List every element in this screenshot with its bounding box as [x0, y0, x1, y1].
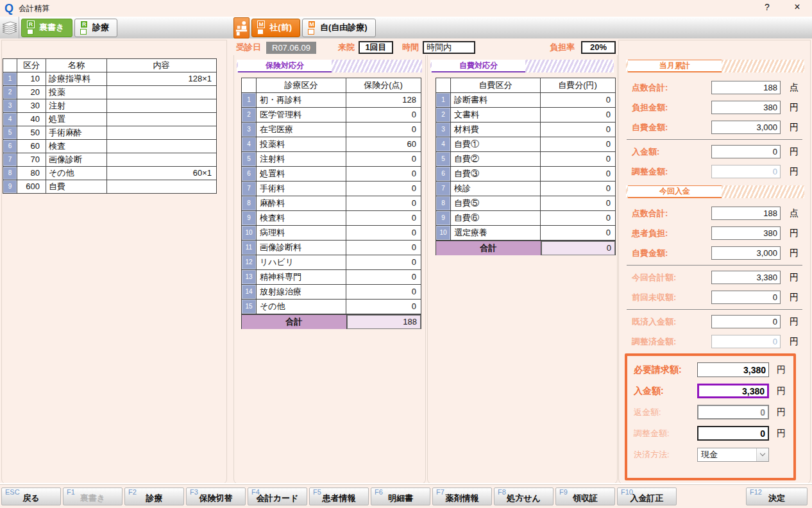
monthly-burden-field[interactable]	[711, 101, 781, 114]
table-row[interactable]: 7 手術料 0	[242, 181, 421, 196]
visit-count-label: 来院	[338, 42, 355, 53]
row-number: 11	[242, 241, 257, 255]
tab-label: 社(前)	[269, 22, 292, 33]
table-row[interactable]: 2 医学管理料 0	[242, 107, 421, 122]
table-row[interactable]: 3 在宅医療 0	[242, 122, 421, 137]
function-key-button[interactable]: F12 決定	[746, 487, 808, 505]
table-row[interactable]: 9 600 自費	[3, 180, 216, 193]
self-pay-total-row: 合計 0	[436, 240, 615, 255]
monthly-points-field[interactable]	[711, 81, 781, 94]
table-row[interactable]: 15 その他 0	[242, 299, 421, 314]
table-row[interactable]: 5 50 手術麻酔	[3, 126, 216, 139]
table-row[interactable]: 6 自費③ 0	[436, 166, 615, 181]
category-table: 区分 名称 内容 1 10 診療指導料 128×1 2 20 投薬	[3, 58, 217, 194]
visit-info-bar: 受診日 R07.06.09 来院 1回目 時間 時間内 負担率 20%	[236, 40, 616, 55]
table-row[interactable]: 1 10 診療指導料 128×1	[3, 72, 216, 85]
paid-amount-field[interactable]	[711, 315, 781, 328]
function-key-button[interactable]: F10 入金訂正	[617, 487, 677, 505]
current-points-field[interactable]	[711, 207, 781, 220]
table-row[interactable]: 6 60 検査	[3, 139, 216, 153]
table-row[interactable]: 2 文書料 0	[436, 107, 615, 122]
table-row[interactable]: 5 注射料 0	[242, 151, 421, 166]
deposit-input[interactable]	[697, 384, 769, 398]
function-key-button[interactable]: F4 会計カード	[248, 487, 307, 505]
print-stack-button[interactable]	[0, 17, 19, 38]
monthly-selfpay-field[interactable]	[711, 121, 781, 134]
function-key-button[interactable]: F1 裏書き	[63, 487, 123, 505]
insurance-section-band: 保険対応分	[237, 60, 422, 72]
table-row[interactable]: 7 70 画像診断	[3, 153, 216, 166]
table-row[interactable]: 3 材料費 0	[436, 122, 615, 137]
table-row[interactable]: 14 放射線治療 0	[242, 284, 421, 299]
previous-unpaid-field[interactable]	[711, 291, 781, 304]
row-number: 8	[436, 196, 451, 210]
close-button[interactable]: ×	[790, 1, 804, 13]
function-key-button[interactable]: F8 処方せん	[494, 487, 554, 505]
tab[interactable]: M 社(前)	[251, 19, 300, 37]
tab-badge-icon: R	[80, 21, 88, 35]
current-patient-burden-field[interactable]	[711, 226, 781, 240]
row-number: 6	[242, 167, 257, 181]
table-row[interactable]: 7 検診 0	[436, 181, 615, 196]
paid-amount-row: 既済入金額: 円	[619, 312, 810, 332]
table-row[interactable]: 4 自費① 0	[436, 137, 615, 151]
table-row[interactable]: 4 40 処置	[3, 112, 216, 126]
current-total-row: 今回合計額: 円	[619, 267, 810, 287]
current-total-field[interactable]	[711, 271, 781, 284]
table-row[interactable]: 2 20 投薬	[3, 85, 216, 99]
category-table-header: 区分 名称 内容	[3, 59, 216, 72]
row-number: 1	[436, 93, 451, 107]
reception-button[interactable]	[233, 17, 250, 38]
table-row[interactable]: 1 診断書料 0	[436, 92, 615, 107]
table-row[interactable]: 9 検査料 0	[242, 210, 421, 225]
divider	[627, 139, 802, 140]
function-key-button[interactable]: F5 患者情報	[309, 487, 369, 505]
insurance-section-title: 保険対応分	[238, 60, 332, 72]
adjustment-input[interactable]	[697, 426, 769, 441]
table-row[interactable]: 9 自費⑥ 0	[436, 210, 615, 225]
tab[interactable]: R 診療	[74, 19, 117, 37]
table-row[interactable]: 10 病理料 0	[242, 225, 421, 240]
row-number: 8	[242, 196, 257, 210]
time-field[interactable]: 時間内	[423, 41, 475, 54]
current-payment-title: 今回入金	[628, 185, 722, 198]
reception-desk-icon	[235, 19, 248, 36]
help-button[interactable]: ?	[761, 2, 774, 12]
table-row[interactable]: 11 画像診断料 0	[242, 240, 421, 255]
current-selfpay-field[interactable]	[711, 246, 781, 260]
chevron-down-icon[interactable]	[756, 448, 768, 461]
monthly-selfpay-row: 自費金額: 円	[619, 117, 810, 137]
tab-label: 診療	[92, 22, 109, 33]
function-key-button[interactable]: ESC 戻る	[1, 487, 61, 505]
table-row[interactable]: 5 自費② 0	[436, 151, 615, 166]
burden-rate-value: 20%	[581, 41, 616, 54]
table-row[interactable]: 13 精神科専門 0	[242, 269, 421, 284]
payment-method-select[interactable]: 現金	[697, 448, 769, 462]
tab-badge-icon: M	[257, 21, 265, 35]
table-row[interactable]: 4 投薬料 60	[242, 137, 421, 151]
function-key-button[interactable]: F6 明細書	[371, 487, 430, 505]
row-number: 1	[242, 93, 257, 107]
table-row[interactable]: 6 処置料 0	[242, 166, 421, 181]
tab-badge-icon: M	[308, 21, 316, 35]
row-number: 9	[242, 211, 257, 225]
monthly-deposit-field[interactable]	[711, 145, 781, 158]
table-row[interactable]: 8 80 その他 60×1	[3, 166, 216, 180]
function-key-button[interactable]: F7 薬剤情報	[432, 487, 492, 505]
tab[interactable]: M 自(自由診療)	[302, 19, 376, 37]
stacked-papers-icon	[1, 19, 18, 37]
visit-count-field[interactable]: 1回目	[359, 41, 393, 54]
tab[interactable]: R 裏書き	[21, 19, 72, 37]
function-key-button[interactable]: F9 領収証	[555, 487, 615, 505]
row-number: 10	[436, 226, 451, 240]
table-row[interactable]: 12 リハビリ 0	[242, 255, 421, 269]
table-row[interactable]: 8 自費⑤ 0	[436, 196, 615, 210]
table-row[interactable]: 10 選定療養 0	[436, 225, 615, 240]
table-row[interactable]: 1 初・再診料 128	[242, 92, 421, 107]
function-key-button[interactable]: F2 診療	[124, 487, 184, 505]
payment-method-row: 決済方法: 現金	[630, 444, 791, 465]
function-key-button[interactable]: F3 保険切替	[186, 487, 246, 505]
table-row[interactable]: 3 30 注射	[3, 99, 216, 112]
table-row[interactable]: 8 麻酔料 0	[242, 196, 421, 210]
required-billing-field[interactable]	[697, 362, 769, 377]
